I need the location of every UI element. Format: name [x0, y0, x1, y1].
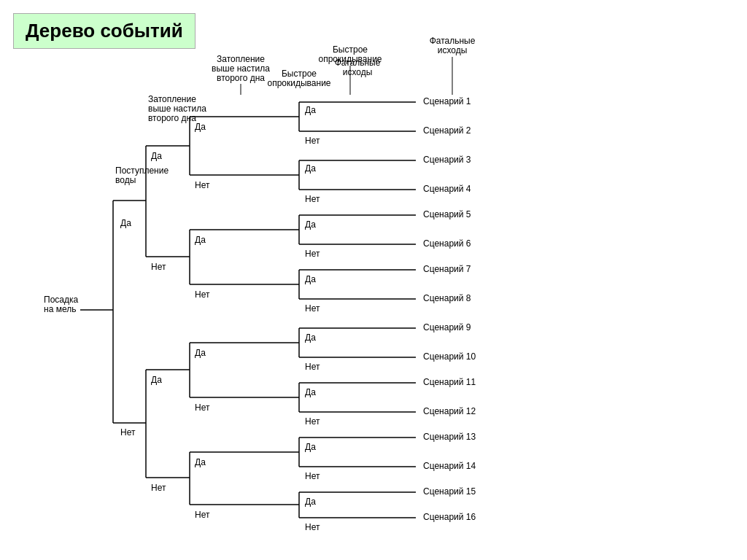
svg-text:Посадка: Посадка [44, 295, 78, 305]
scenario-15: Сценарий 15 [423, 486, 476, 497]
svg-text:Да: Да [305, 219, 316, 230]
svg-text:Быстрое: Быстрое [282, 69, 317, 79]
scenario-4: Сценарий 4 [423, 184, 471, 194]
scenario-3: Сценарий 3 [423, 155, 471, 165]
scenario-7: Сценарий 7 [423, 264, 471, 274]
svg-text:Нет: Нет [305, 303, 320, 314]
svg-text:Да: Да [195, 457, 206, 467]
scenario-16: Сценарий 16 [423, 512, 476, 522]
svg-text:Нет: Нет [195, 402, 210, 413]
scenario-1: Сценарий 1 [423, 96, 471, 106]
scenario-10: Сценарий 10 [423, 351, 476, 362]
svg-text:Быстрое: Быстрое [333, 44, 368, 55]
svg-text:Нет: Нет [305, 136, 320, 146]
svg-text:воды: воды [115, 175, 136, 185]
svg-text:Фатальные: Фатальные [335, 58, 381, 68]
svg-text:выше настила: выше настила [148, 104, 206, 114]
svg-text:Да: Да [151, 151, 162, 161]
svg-text:Нет: Нет [305, 362, 320, 372]
svg-text:Фатальные: Фатальные [430, 36, 476, 46]
svg-text:на мель: на мель [44, 304, 76, 314]
scenario-11: Сценарий 11 [423, 377, 476, 387]
svg-text:Да: Да [195, 348, 206, 358]
svg-text:Нет: Нет [305, 471, 320, 481]
svg-text:выше настила: выше настила [212, 63, 270, 74]
scenario-13: Сценарий 13 [423, 432, 476, 442]
svg-text:Да: Да [305, 497, 316, 507]
svg-text:Нет: Нет [151, 262, 166, 272]
svg-text:Да: Да [305, 105, 316, 115]
svg-text:Да: Да [120, 218, 131, 228]
svg-text:Да: Да [305, 332, 316, 343]
svg-text:Да: Да [305, 274, 316, 284]
svg-text:Нет: Нет [305, 249, 320, 259]
svg-text:опрокидывание: опрокидывание [267, 78, 330, 88]
svg-text:Да: Да [151, 375, 162, 385]
scenario-8: Сценарий 8 [423, 293, 471, 303]
svg-text:Затопление: Затопление [148, 94, 196, 104]
svg-text:Нет: Нет [195, 180, 210, 190]
svg-text:Да: Да [305, 163, 316, 174]
scenario-14: Сценарий 14 [423, 461, 476, 471]
svg-text:Нет: Нет [195, 289, 210, 300]
scenario-6: Сценарий 6 [423, 238, 471, 249]
scenario-5: Сценарий 5 [423, 209, 471, 219]
svg-text:Да: Да [305, 442, 316, 452]
svg-text:исходы: исходы [438, 45, 468, 55]
svg-text:исходы: исходы [343, 67, 373, 77]
svg-text:Нет: Нет [195, 510, 210, 520]
svg-text:Поступление: Поступление [115, 166, 169, 176]
svg-text:Да: Да [195, 235, 206, 245]
svg-text:Да: Да [305, 387, 316, 397]
svg-text:второго дна: второго дна [217, 73, 265, 83]
scenario-9: Сценарий 9 [423, 322, 471, 332]
svg-text:Нет: Нет [151, 483, 166, 493]
svg-text:Да: Да [195, 122, 206, 132]
event-tree-diagram: Затопление выше настила второго дна Быст… [0, 0, 747, 560]
svg-text:Нет: Нет [305, 522, 320, 532]
svg-text:Нет: Нет [305, 416, 320, 427]
scenario-2: Сценарий 2 [423, 125, 471, 136]
svg-text:Затопление: Затопление [217, 54, 265, 64]
svg-text:Нет: Нет [305, 194, 320, 204]
svg-text:Нет: Нет [120, 427, 136, 438]
scenario-12: Сценарий 12 [423, 406, 476, 416]
